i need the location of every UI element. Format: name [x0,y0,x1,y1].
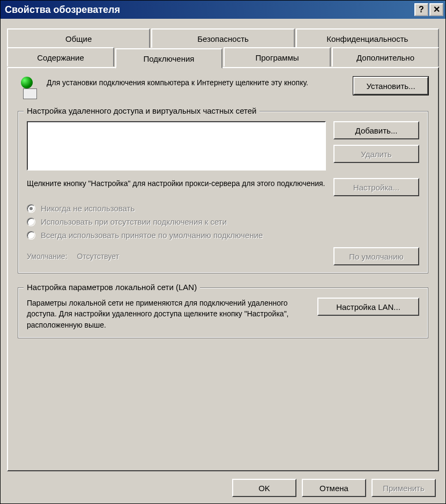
settings-button[interactable]: Настройка... [333,178,419,196]
dialup-legend: Настройка удаленного доступа и виртуальн… [24,106,259,115]
dialup-groupbox: Настройка удаленного доступа и виртуальн… [18,111,428,273]
internet-setup-icon [18,77,40,99]
radio-always-default-label: Всегда использовать принятое по умолчани… [41,231,263,240]
lan-groupbox: Настройка параметров локальной сети (LAN… [18,287,428,338]
tab-panel-connections: Для установки подключения компьютера к И… [7,67,439,471]
help-button[interactable]: ? [414,3,428,16]
tab-connections[interactable]: Подключения [115,48,222,69]
dialog-window: Свойства обозревателя ? ✕ Общие Безопасн… [0,0,446,504]
lan-settings-button[interactable]: Настройка LAN... [317,298,419,316]
tab-content[interactable]: Содержание [7,47,114,66]
add-button[interactable]: Добавить... [333,121,419,139]
ok-button[interactable]: OK [232,479,296,497]
lan-legend: Настройка параметров локальной сети (LAN… [24,283,200,292]
apply-button[interactable]: Применить [371,479,436,497]
tab-general[interactable]: Общие [7,28,150,48]
remove-button[interactable]: Удалить [333,145,419,163]
tab-strip: Общие Безопасность Конфиденциальность Со… [7,28,439,67]
radio-always-default[interactable] [27,231,35,240]
default-label: Умолчание: [27,252,68,261]
setup-row: Для установки подключения компьютера к И… [18,77,428,99]
tab-advanced[interactable]: Дополнительно [332,47,439,66]
window-title: Свойства обозревателя [5,4,413,16]
radio-never[interactable] [27,204,35,213]
radio-never-label: Никогда не использовать [41,204,135,213]
radio-when-no-net[interactable] [27,218,35,226]
titlebar[interactable]: Свойства обозревателя ? ✕ [1,1,445,19]
lan-text: Параметры локальной сети не применяются … [27,298,310,330]
dial-radio-group: Никогда не использовать Использовать при… [27,204,419,240]
setup-text: Для установки подключения компьютера к И… [47,77,347,88]
radio-when-no-net-label: Использовать при отсутствии подключения … [41,217,227,226]
default-value: Отсутствует [77,252,333,261]
setup-button[interactable]: Установить... [353,77,428,95]
tab-security[interactable]: Безопасность [151,28,294,48]
tab-programs[interactable]: Программы [224,47,331,66]
tab-privacy[interactable]: Конфиденциальность [296,28,439,48]
proxy-hint: Щелкните кнопку "Настройка" для настройк… [27,178,326,189]
connections-listbox[interactable] [27,121,326,171]
cancel-button[interactable]: Отмена [302,479,366,497]
dialog-buttons: OK Отмена Применить [7,471,439,498]
set-default-button[interactable]: По умолчанию [333,247,419,265]
client-area: Общие Безопасность Конфиденциальность Со… [1,19,445,503]
close-button[interactable]: ✕ [429,3,443,16]
